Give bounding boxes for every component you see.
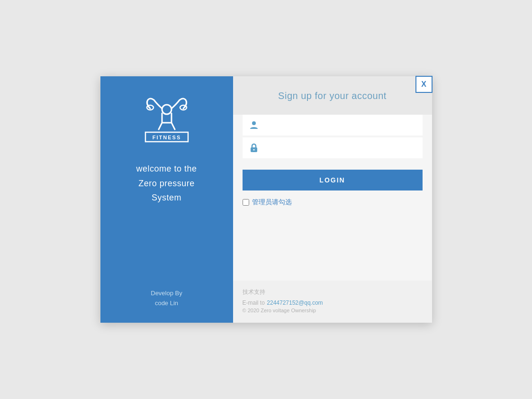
close-button[interactable]: X — [415, 76, 433, 93]
password-input[interactable] — [263, 137, 417, 158]
admin-checkbox[interactable] — [243, 199, 249, 206]
develop-text: Develop By code Lin — [151, 289, 182, 308]
svg-point-8 — [253, 149, 254, 151]
login-button[interactable]: LOGIN — [243, 170, 423, 190]
fitness-logo: FITNESS — [136, 95, 198, 145]
sign-up-header: Sign up for your account — [233, 76, 432, 115]
svg-point-6 — [252, 121, 256, 125]
right-panel: Sign up for your account — [233, 76, 432, 323]
lock-icon — [248, 142, 260, 154]
form-section: LOGIN 管理员请勾选 — [233, 115, 432, 281]
email-row: E-mail to 2244727152@qq.com — [243, 298, 423, 307]
left-panel: FITNESS welcome to the Zero pressure Sys… — [100, 76, 233, 323]
username-input[interactable] — [263, 115, 417, 136]
svg-point-0 — [162, 105, 171, 114]
email-link[interactable]: 2244727152@qq.com — [267, 299, 323, 306]
admin-label[interactable]: 管理员请勾选 — [252, 198, 292, 207]
tech-support-label: 技术支持 — [243, 288, 423, 296]
svg-text:FITNESS: FITNESS — [152, 135, 180, 140]
sign-up-title: Sign up for your account — [243, 91, 423, 101]
footer-section: 技术支持 E-mail to 2244727152@qq.com © 2020 … — [233, 281, 432, 323]
copyright-text: © 2020 Zero voltage Ownership — [243, 308, 423, 313]
login-modal: X FITNESS — [100, 76, 432, 323]
welcome-text: welcome to the Zero pressure System — [136, 162, 197, 205]
admin-checkbox-row: 管理员请勾选 — [243, 198, 423, 207]
user-icon — [248, 119, 260, 131]
username-input-row — [243, 115, 423, 136]
email-label-text: E-mail to — [243, 299, 265, 306]
password-input-row — [243, 137, 423, 158]
